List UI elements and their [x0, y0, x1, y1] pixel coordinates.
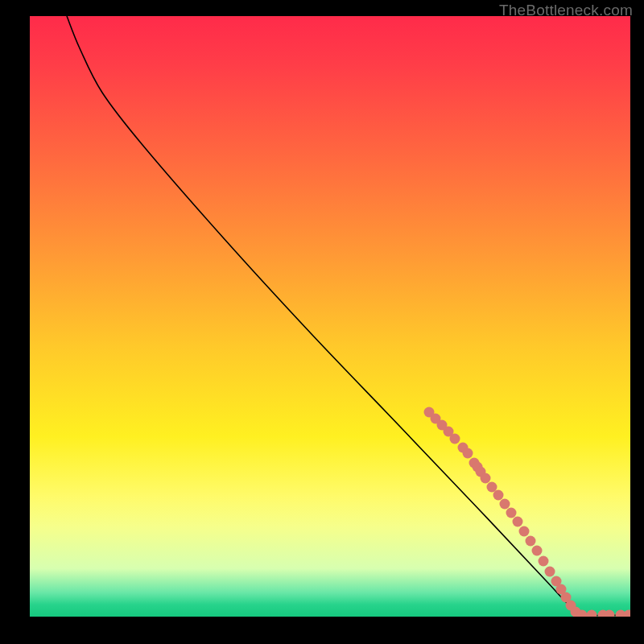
main-curve: [67, 16, 630, 616]
data-point: [481, 473, 491, 484]
data-point: [500, 499, 510, 510]
data-point: [624, 610, 631, 617]
data-point: [532, 546, 543, 556]
data-point: [539, 556, 549, 567]
data-point: [587, 610, 597, 617]
data-point: [526, 536, 536, 547]
data-point: [493, 490, 504, 501]
data-point: [463, 448, 473, 459]
chart-stage: TheBottleneck.com: [0, 0, 644, 644]
curve-layer: [30, 16, 630, 617]
data-point: [506, 508, 517, 518]
data-point: [450, 434, 460, 444]
data-point: [519, 526, 530, 537]
highlight-dots: [424, 407, 631, 617]
data-point: [545, 567, 555, 577]
plot-area: [30, 16, 630, 617]
data-point: [513, 517, 523, 527]
